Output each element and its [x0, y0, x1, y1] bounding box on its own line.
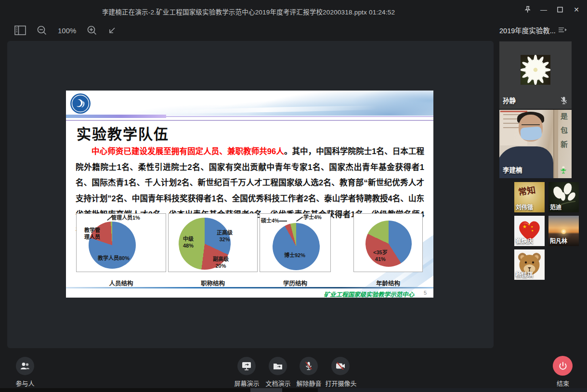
mic-active-icon [560, 165, 568, 175]
slide-title: 实验教学队伍 [77, 122, 169, 144]
participant-tile-liuweikai[interactable]: 常知 刘伟锴 [514, 182, 545, 212]
participant-tile-sunjing[interactable]: 孙静 [499, 41, 572, 109]
meeting-name: 2019年度实验教... [499, 25, 556, 35]
screen-share-button[interactable] [237, 357, 256, 375]
pie-label-fugaoji: 副高级 20% [213, 256, 229, 270]
pie-chart-education: 硕士4% 学士4% 博士92% [260, 213, 331, 272]
university-logo [70, 93, 91, 114]
decor-bar-thick [66, 115, 166, 118]
participant-name: 李建楠 [503, 165, 522, 174]
unmute-button[interactable] [300, 357, 318, 375]
slide: 实验教学队伍 中心师资已建设发展至拥有固定人员、兼职教师共96人。其中，中国科学… [66, 91, 433, 298]
presentation-title: 李建楠正在演示-2.矿业工程国家级实验教学示范中心2019年度考评汇报学校202… [0, 7, 497, 16]
pie-label-zhenggaoji: 正高级 32% [217, 230, 233, 243]
wall-calligraphy-text: 是包新 [561, 113, 569, 155]
chart-caption-age: 年龄结构 [353, 278, 423, 287]
zoom-in-icon[interactable] [87, 25, 97, 36]
presentation-canvas: 实验教学队伍 中心师资已建设发展至拥有固定人员、兼职教师共96人。其中，中国科学… [7, 41, 494, 348]
person-face-mask [520, 126, 542, 141]
chart-caption-titles: 职称结构 [168, 278, 258, 287]
participant-name: 刘伟锴 [516, 203, 533, 211]
participant-tile-fandi[interactable]: 范迪 [548, 182, 579, 212]
pie-label-zhongji: 中级 48% [183, 236, 194, 249]
end-meeting-button[interactable] [553, 356, 573, 376]
mic-muted-icon [560, 96, 568, 105]
participant-name: 范迪 [550, 203, 561, 211]
pie-chart-titles: 正高级 32% 中级 48% 副高级 20% [168, 213, 258, 272]
slide-page-number: 5 [424, 290, 427, 296]
participant-tile-yangfanlin[interactable]: 阳凡林 [548, 216, 579, 246]
pie-chart-age: <35岁 41% [353, 213, 423, 272]
end-meeting-label: 结束 [549, 379, 577, 388]
slide-footer-line [66, 287, 433, 288]
panel-header[interactable]: 2019年度实验教... [499, 25, 585, 35]
pie-label-xueshi: 学士4% [303, 214, 322, 221]
document-share-label: 文档演示 [265, 379, 291, 388]
participant-tile-lijiannan[interactable]: 是包新 李建楠 [499, 110, 572, 178]
pie-age [365, 221, 412, 267]
participant-name: 杨佳琪 [516, 270, 533, 278]
participant-name: 阳凡林 [550, 236, 567, 245]
collapse-arrow-icon[interactable] [108, 26, 117, 35]
decor-bar-thin2 [66, 120, 433, 121]
screen-share-label: 屏幕演示 [234, 379, 260, 388]
decor-bar-thin [166, 116, 433, 117]
slide-lead-red: 中心师资已建设发展至拥有固定人员、兼职教师共96人 [91, 147, 284, 156]
svg-text:★: ★ [528, 223, 530, 226]
participants-panel: 2019年度实验教... [497, 0, 587, 392]
door-frame [553, 110, 558, 178]
open-camera-label: 打开摄像头 [324, 379, 358, 388]
pie-label-under35: <35岁 41% [373, 249, 388, 263]
unmute-label: 解除静音 [296, 379, 322, 388]
leader-line [279, 221, 287, 222]
participant-tile-yangjiaqi[interactable]: 杨佳琪 [514, 249, 545, 280]
toggle-thumbnails-panel-icon[interactable] [14, 26, 26, 35]
pie-chart-personnel: 管理人员1% 教学管 理人员 教学人员80% [76, 213, 166, 272]
meeting-app-window: 李建楠正在演示-2.矿业工程国家级实验教学示范中心2019年度考评汇报学校202… [0, 0, 587, 392]
pie-label-guanli: 管理人员1% [111, 215, 140, 222]
pie-label-shuoshi: 硕士4% [261, 218, 279, 224]
open-camera-button[interactable] [331, 357, 350, 375]
pie-label-jiaoxue: 教学人员80% [98, 255, 130, 262]
zoom-out-icon[interactable] [37, 25, 47, 36]
participant-tile-cuihuanqing[interactable]: ★ ★ ★ ★ 崔焕庆 [514, 216, 545, 246]
participant-name: 崔焕庆 [516, 236, 533, 245]
white-flower-avatar [521, 55, 550, 85]
leader-line [296, 217, 303, 222]
svg-text:★: ★ [522, 224, 527, 229]
pie-label-jiaoxueguanli: 教学管 理人员 [84, 227, 100, 241]
svg-text:★: ★ [531, 229, 534, 232]
slide-footer-text: 矿业工程国家级实验教学示范中心 [324, 289, 414, 298]
participant-name: 孙静 [503, 95, 516, 105]
participants-button[interactable] [16, 357, 34, 375]
document-share-button[interactable] [269, 357, 287, 375]
participants-label: 参与人 [11, 379, 39, 388]
zoom-level: 100% [58, 26, 76, 35]
svg-text:★: ★ [531, 225, 533, 228]
view-toolbar: 100% [14, 23, 117, 38]
pie-label-boshi: 博士92% [284, 252, 305, 259]
panel-menu-icon[interactable] [559, 26, 567, 35]
chart-caption-personnel: 人员结构 [76, 278, 166, 287]
taskbar-peek-strip [0, 388, 587, 392]
chart-caption-education: 学历结构 [260, 278, 331, 287]
pie-education [273, 223, 320, 270]
